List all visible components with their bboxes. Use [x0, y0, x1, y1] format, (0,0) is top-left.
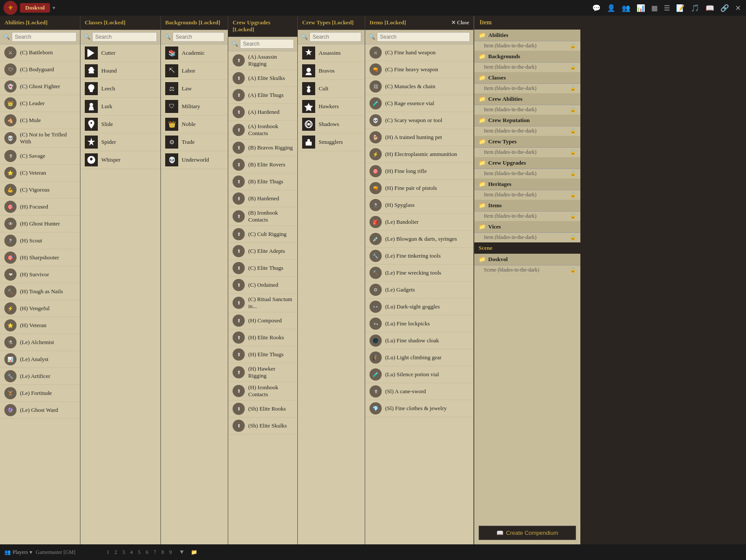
list-item[interactable]: ⬆ (C) Ritual Sanctum in...	[228, 294, 297, 312]
list-item[interactable]: 🛡 Military	[161, 98, 228, 116]
sidebar-group-doskvol[interactable]: 📁 Doskvol	[474, 254, 580, 265]
list-item[interactable]: ⬆ (Sh) Elite Skulks	[228, 418, 297, 434]
list-item[interactable]: ⬆ (A) Ironhook Contacts	[228, 121, 297, 139]
list-item[interactable]: ⬆ (H) Elite Thugs	[228, 346, 297, 363]
list-item[interactable]: 🗝 (Lu) Fine lockpicks	[365, 315, 473, 332]
list-item[interactable]: ⬆ (H) Hawker Rigging	[228, 363, 297, 382]
list-item[interactable]: 🧪 (C) Rage essence vial	[365, 95, 473, 112]
list-item[interactable]: 👑 (C) Leader	[0, 95, 80, 112]
list-item[interactable]: 📚 Academic	[161, 44, 228, 62]
list-item[interactable]: ⚖ Law	[161, 80, 228, 98]
list-item[interactable]: 🔧 (Le) Fine tinkering tools	[365, 248, 473, 265]
notes-icon[interactable]: 📝	[674, 3, 686, 13]
list-item[interactable]: 🌑 (Lu) Fine shadow cloak	[365, 332, 473, 349]
list-item[interactable]: ⬆ (C) Cult Rigging	[228, 226, 297, 243]
list-item[interactable]: 🔨 (Le) Fine wrecking tools	[365, 265, 473, 282]
sidebar-group-backgrounds[interactable]: 📁 Backgrounds	[474, 51, 580, 63]
list-item[interactable]: 🔧 (Le) Artificer	[0, 368, 80, 385]
scroll-down-icon[interactable]: ▼	[179, 549, 185, 556]
list-item[interactable]: 👁 (H) Ghost Hunter	[0, 215, 80, 232]
list-item[interactable]: 🎯 (H) Fine long rifle	[365, 163, 473, 180]
list-item[interactable]: 💪 (C) Vigorous	[0, 182, 80, 199]
list-item[interactable]: ⚡ (H) Electroplasmic ammunition	[365, 146, 473, 163]
list-item[interactable]: ⛓ (C) Manacles & chain	[365, 78, 473, 95]
list-item[interactable]: 🔫 (C) Fine heavy weapon	[365, 61, 473, 78]
list-item[interactable]: ⭐ (H) Veteran	[0, 317, 80, 334]
list-item[interactable]: ⚔ (C) Fine hand weapon	[365, 44, 473, 61]
list-item[interactable]: ⚡ (H) Vengeful	[0, 300, 80, 317]
list-item[interactable]: Smugglers	[298, 133, 365, 151]
list-item[interactable]: Leech	[80, 80, 160, 98]
sidebar-group-classes[interactable]: 📁 Classes	[474, 72, 580, 84]
list-item[interactable]: Slide	[80, 116, 160, 133]
bottom-folder-icon[interactable]: 📁	[191, 549, 197, 556]
list-item[interactable]: ⬆ (H) Ironhook Contacts	[228, 382, 297, 401]
crew-upgrades-search-input[interactable]	[240, 39, 294, 49]
list-item[interactable]: 🔭 (H) Spyglass	[365, 197, 473, 214]
list-item[interactable]: 🗡 (Sl) A cane-sword	[365, 383, 473, 400]
list-item[interactable]: Hound	[80, 62, 160, 80]
list-item[interactable]: Assassins	[298, 44, 365, 62]
list-item[interactable]: ⬆ (C) Elite Thugs	[228, 260, 297, 277]
player-icon[interactable]: 👤	[605, 3, 617, 13]
list-item[interactable]: Shadows	[298, 116, 365, 133]
settings-icon[interactable]: 🔗	[719, 3, 731, 13]
list-item[interactable]: ⛏ Labor	[161, 62, 228, 80]
list-item[interactable]: 🔭 (H) Scout	[0, 232, 80, 249]
list-item[interactable]: 🏋 (Le) Fortitude	[0, 385, 80, 402]
sidebar-group-vices[interactable]: 📁 Vices	[474, 221, 580, 233]
page-8[interactable]: 8	[160, 548, 166, 557]
list-item[interactable]: 🔨 (H) Tough as Nails	[0, 283, 80, 300]
sidebar-group-heritages[interactable]: 📁 Heritages	[474, 179, 580, 190]
sidebar-group-crew-upgrades[interactable]: 📁 Crew Upgrades	[474, 157, 580, 169]
list-item[interactable]: 🐕 (H) A trained hunting pet	[365, 129, 473, 146]
list-item[interactable]: 🧗 (Lu) Light climbing gear	[365, 349, 473, 366]
list-item[interactable]: 👻 (C) Ghost Fighter	[0, 78, 80, 95]
backgrounds-search-input[interactable]	[173, 32, 224, 42]
list-item[interactable]: 👑 Noble	[161, 116, 228, 133]
players-arrow[interactable]: ▾	[30, 549, 32, 556]
list-item[interactable]: ⬆ (A) Elite Thugs	[228, 87, 297, 104]
group-icon[interactable]: 👥	[620, 3, 632, 13]
page-5[interactable]: 5	[136, 548, 142, 557]
list-icon[interactable]: ☰	[662, 3, 672, 13]
list-item[interactable]: 🛡 (C) Bodyguard	[0, 61, 80, 78]
crew-types-search-input[interactable]	[310, 32, 361, 42]
list-item[interactable]: 🐴 (C) Mule	[0, 112, 80, 129]
list-item[interactable]: 🧪 (Lu) Silence potion vial	[365, 366, 473, 383]
list-item[interactable]: ⚔ (C) Battleborn	[0, 44, 80, 61]
stats-icon[interactable]: 📊	[635, 3, 647, 13]
items-search-input[interactable]	[377, 32, 470, 42]
sidebar-group-crew-types[interactable]: 📁 Crew Types	[474, 136, 580, 148]
page-2[interactable]: 2	[113, 548, 119, 557]
close-icon[interactable]: ✕	[733, 3, 743, 13]
list-item[interactable]: Cult	[298, 80, 365, 98]
page-7[interactable]: 7	[152, 548, 158, 557]
list-item[interactable]: Cutter	[80, 44, 160, 62]
list-item[interactable]: ⬆ (B) Hardened	[228, 190, 297, 207]
list-item[interactable]: ⚗ (Le) Alchemist	[0, 334, 80, 351]
list-item[interactable]: ❤ (H) Survivor	[0, 266, 80, 283]
list-item[interactable]: ⬆ (A) Hardened	[228, 104, 297, 121]
list-item[interactable]: ⬆ (H) Composed	[228, 312, 297, 329]
classes-search-input[interactable]	[92, 32, 157, 42]
list-item[interactable]: 👓 (Lu) Dark-sight goggles	[365, 298, 473, 315]
list-item[interactable]: 🎯 (H) Focused	[0, 199, 80, 215]
list-item[interactable]: ⬆ (B) Ironhook Contacts	[228, 207, 297, 226]
list-item[interactable]: ⬆ (Sh) Elite Rooks	[228, 401, 297, 418]
list-item[interactable]: ⬆ (A) Elite Skulks	[228, 70, 297, 87]
list-item[interactable]: 🎒 (Le) Bandolier	[365, 214, 473, 231]
list-item[interactable]: ⚙ Trade	[161, 133, 228, 151]
list-item[interactable]: ⬆ (C) Elite Adepts	[228, 243, 297, 260]
compendium-icon[interactable]: 📖	[704, 3, 716, 13]
list-item[interactable]: 🎯 (H) Sharpshooter	[0, 249, 80, 266]
chat-icon[interactable]: 💬	[590, 3, 603, 13]
list-item[interactable]: ⬆ (H) Elite Rooks	[228, 329, 297, 346]
user-arrow[interactable]: ▾	[53, 5, 55, 11]
list-item[interactable]: 💎 (Sl) Fine clothes & jewelry	[365, 400, 473, 417]
list-item[interactable]: ⬆ (A) Assassin Rigging	[228, 51, 297, 70]
items-close-button[interactable]: ✕ Close	[451, 20, 469, 26]
audio-icon[interactable]: 🎵	[689, 3, 701, 13]
page-3[interactable]: 3	[120, 548, 127, 557]
list-item[interactable]: 🗡 (C) Savage	[0, 148, 80, 165]
